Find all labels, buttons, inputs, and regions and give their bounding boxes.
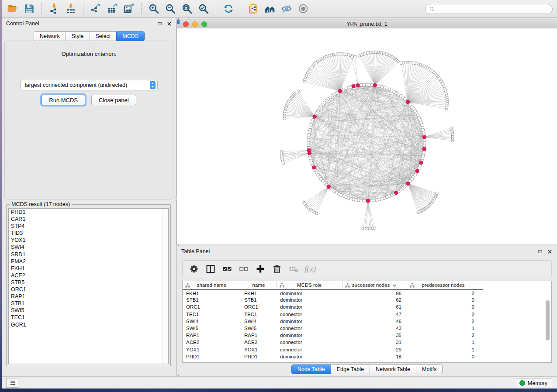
mcds-result-item[interactable]: PHD1 (9, 209, 168, 216)
main-toolbar (2, 0, 557, 18)
mcds-result-scrollbar[interactable] (163, 209, 168, 364)
mcds-result-list[interactable]: PHD1CAR1STP4TID3YOX1SWI4SRD1PMA2FKH1ACE2… (8, 208, 169, 364)
column-header-mcds-role[interactable]: MCDS role (277, 281, 342, 289)
export-network-button[interactable] (87, 1, 104, 16)
table-row[interactable]: FKH1FKH1dominator962 (183, 289, 483, 296)
window-minimize-button[interactable] (192, 21, 198, 27)
search-input[interactable] (437, 6, 549, 12)
table-row[interactable]: TEC1TEC1connector472 (183, 311, 483, 318)
save-button[interactable] (21, 1, 38, 16)
column-header-successor-nodes[interactable]: successor nodes (342, 281, 407, 289)
table-row[interactable]: SWI4SWI4dominator462 (183, 318, 483, 325)
import-table-button[interactable] (62, 1, 79, 16)
memory-button[interactable]: Memory (516, 378, 552, 388)
table-tabs: Node TableEdge TableNetwork TableMotifs (177, 364, 557, 374)
mcds-result-item[interactable]: STP4 (9, 223, 168, 230)
table-scrollbar[interactable] (545, 291, 550, 360)
node-table-container: shared namenameMCDS rolesuccessor nodesp… (182, 281, 552, 363)
mcds-result-item[interactable]: ORC1 (9, 286, 168, 293)
hide-eye-button[interactable] (278, 1, 295, 16)
control-panel-tabs: NetworkStyleSelectMCDS (2, 31, 176, 41)
table-row[interactable]: YOX1YOX1connector291 (183, 346, 483, 353)
float-table-panel-button[interactable] (537, 248, 543, 254)
group-houses-button[interactable] (262, 1, 278, 16)
mcds-result-item[interactable]: TID3 (9, 230, 168, 237)
search-box[interactable] (425, 4, 553, 14)
tab-network-table[interactable]: Network Table (370, 364, 416, 374)
clear-table-button (287, 262, 301, 276)
mcds-result-item[interactable]: YOX1 (9, 237, 168, 244)
add-icon (255, 264, 266, 274)
table-toolbar: f(x) (182, 260, 552, 277)
close-table-panel-button[interactable] (547, 248, 553, 254)
unselect-all-button[interactable] (237, 262, 251, 276)
refresh-button[interactable] (220, 1, 237, 16)
close-icon (167, 21, 172, 26)
mcds-buttons: Run MCDS Close panel (5, 95, 173, 105)
table-row[interactable]: SWI5SWI5connector431 (183, 325, 483, 332)
zoom-selected-button[interactable] (195, 1, 212, 16)
window-zoom-button[interactable] (201, 21, 207, 27)
save-icon (24, 3, 35, 14)
add-button[interactable] (253, 262, 267, 276)
tab-mcds[interactable]: MCDS (116, 31, 145, 41)
select-all-button[interactable] (220, 262, 234, 276)
close-panel-button[interactable]: Close panel (91, 95, 136, 105)
table-row[interactable]: RAP1RAP1dominator352 (183, 332, 483, 339)
close-icon (547, 249, 552, 254)
optimization-select[interactable]: largest connected component (undirected) (21, 80, 158, 90)
mcds-result-item[interactable]: PMA2 (9, 258, 168, 265)
zoom-selected-icon (198, 3, 209, 14)
gear-button[interactable] (187, 262, 201, 276)
run-mcds-button[interactable]: Run MCDS (42, 95, 85, 105)
delete-button[interactable] (270, 262, 284, 276)
column-header-name[interactable]: name (241, 281, 277, 289)
zoom-out-button[interactable] (162, 1, 179, 16)
export-table-button[interactable] (104, 1, 121, 16)
table-scrollbar-thumb[interactable] (546, 300, 550, 340)
window-close-button[interactable] (183, 21, 189, 27)
network-graph-svg[interactable] (177, 28, 557, 244)
mcds-result-item[interactable]: SWI4 (9, 244, 168, 251)
mcds-result-item[interactable]: SRD1 (9, 251, 168, 258)
zoom-fit-icon (181, 3, 193, 14)
mcds-result-item[interactable]: GCR1 (9, 321, 168, 328)
tab-select[interactable]: Select (90, 31, 117, 41)
zoom-fit-button[interactable] (179, 1, 195, 16)
network-canvas[interactable] (177, 28, 557, 244)
network-window-titlebar[interactable]: YPA_prune.txt_1 (177, 20, 557, 28)
mcds-result-item[interactable]: STB1 (9, 300, 168, 307)
export-image-button[interactable] (121, 1, 137, 16)
mcds-result-item[interactable]: CAR1 (9, 216, 168, 223)
mcds-result-item[interactable]: FKH1 (9, 265, 168, 272)
column-header-shared-name[interactable]: shared name (183, 281, 241, 289)
tab-style[interactable]: Style (66, 31, 90, 41)
task-history-button[interactable] (6, 378, 18, 388)
share-document-button[interactable] (245, 1, 262, 16)
tab-motifs[interactable]: Motifs (416, 364, 443, 374)
mcds-result-item[interactable]: ACE2 (9, 272, 168, 279)
table-row[interactable]: STB1STB1dominator620 (183, 296, 483, 303)
zoom-in-button[interactable] (145, 1, 162, 16)
mcds-result-item[interactable]: TEC1 (9, 314, 168, 321)
mcds-result-item[interactable]: RAP1 (9, 293, 168, 300)
close-control-panel-button[interactable] (166, 21, 172, 27)
tab-network[interactable]: Network (34, 31, 66, 41)
export-network-icon (90, 3, 101, 14)
column-header-predecessor-nodes[interactable]: predecessor nodes (407, 281, 480, 289)
columns-button[interactable] (204, 262, 218, 276)
table-row[interactable]: ACE2ACE2connector311 (183, 339, 483, 346)
table-row[interactable]: PHD1PHD1dominator180 (183, 353, 483, 360)
tab-edge-table[interactable]: Edge Table (331, 364, 370, 374)
mcds-result-item[interactable]: STB5 (9, 279, 168, 286)
tab-node-table[interactable]: Node Table (291, 364, 331, 374)
show-eye-button[interactable] (295, 1, 311, 16)
function-button: f(x) (303, 262, 317, 276)
float-panel-button[interactable] (156, 21, 163, 27)
hierarchy-icon (279, 282, 285, 288)
toolbar-separator (42, 3, 42, 15)
mcds-result-item[interactable]: SWI5 (9, 307, 168, 314)
open-button[interactable] (4, 1, 21, 16)
table-row[interactable]: ORC1ORC1dominator610 (183, 303, 483, 310)
import-network-button[interactable] (46, 1, 62, 16)
